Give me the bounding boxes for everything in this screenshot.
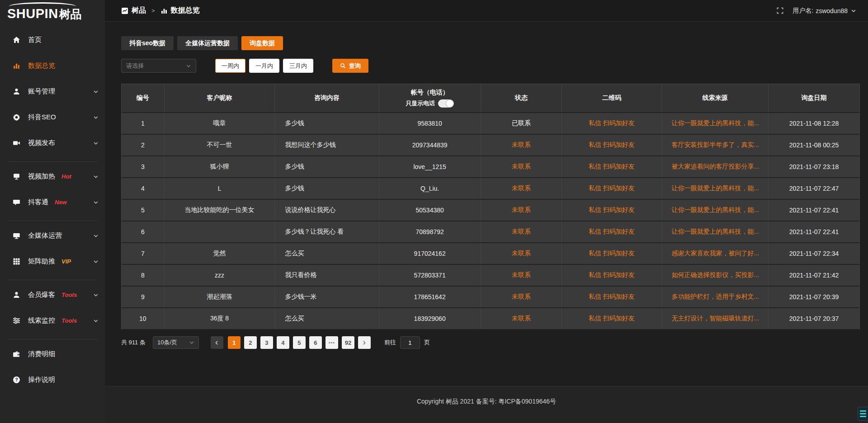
query-button[interactable]: 查询 [332, 59, 368, 73]
range-button-2[interactable]: 三月内 [283, 59, 313, 73]
goto-suffix-label: 页 [424, 338, 430, 347]
page-ellipsis[interactable]: ••• [326, 336, 338, 349]
cell-content: 怎么买 [275, 308, 379, 329]
page-button-3[interactable]: 3 [260, 336, 273, 349]
sidebar-item-label: 抖客通 [28, 198, 48, 207]
sidebar-item-label: 抖音SEO [28, 113, 56, 122]
col-header-id: 编号 [122, 84, 165, 112]
cell-source-link[interactable]: 让你一眼就爱上的黑科技，能... [662, 178, 769, 199]
app-logo: SHUPIN树品 [0, 0, 105, 25]
cell-account: love__1215 [379, 156, 481, 177]
phone-only-toggle[interactable] [438, 99, 454, 108]
query-button-label: 查询 [349, 62, 361, 70]
cell-source-link[interactable]: 多功能护栏灯，适用于乡村文... [662, 287, 769, 307]
cell-qrcode-link[interactable]: 私信 扫码加好友 [562, 243, 661, 264]
cell-qrcode-link[interactable]: 私信 扫码加好友 [562, 135, 661, 155]
widget-bar [860, 410, 866, 412]
breadcrumb-home[interactable]: 树品 [132, 6, 146, 15]
wallet-icon [13, 350, 20, 358]
floating-widget-icon[interactable] [858, 407, 868, 421]
page-button-2[interactable]: 2 [244, 336, 257, 349]
cell-qrcode-link[interactable]: 私信 扫码加好友 [562, 178, 661, 199]
sidebar-item-16[interactable]: ?操作说明 [0, 369, 105, 391]
range-button-0[interactable]: 一周内 [215, 59, 245, 73]
cell-qrcode-link[interactable]: 私信 扫码加好友 [562, 287, 661, 307]
cell-status: 已联系 [481, 113, 562, 134]
chevron-down-icon [93, 233, 99, 239]
user-icon [13, 88, 20, 95]
sidebar-item-7[interactable]: 抖客通New [0, 191, 105, 213]
cell-source-link[interactable]: 感谢大家喜欢我家，被问了好... [662, 243, 769, 264]
col-header-status: 状态 [481, 84, 562, 112]
cell-source-link[interactable]: 让你一眼就爱上的黑科技，能... [662, 200, 769, 221]
cell-qrcode-link[interactable]: 私信 扫码加好友 [562, 156, 661, 177]
cell-id: 9 [122, 287, 165, 307]
filter-select[interactable]: 请选择 [121, 59, 196, 73]
sidebar-item-13[interactable]: 线索监控Tools [0, 310, 105, 332]
chevron-down-icon [93, 292, 99, 298]
next-page-button[interactable] [358, 336, 371, 349]
table-row: 7觉然怎么买917024162未联系私信 扫码加好友感谢大家喜欢我家，被问了好.… [122, 243, 859, 265]
table-row: 4L多少钱Q_Liu.未联系私信 扫码加好友让你一眼就爱上的黑科技，能...20… [122, 178, 859, 200]
cell-source-link[interactable]: 如何正确选择投影仪，买投影... [662, 265, 769, 286]
sidebar-item-0[interactable]: 首页 [0, 29, 105, 51]
chevron-down-icon [93, 318, 99, 324]
cell-date: 2021-11-07 20:37 [769, 308, 859, 329]
sidebar-item-12[interactable]: 会员爆客Tools [0, 284, 105, 306]
cell-qrcode-link[interactable]: 私信 扫码加好友 [562, 221, 661, 242]
fullscreen-icon[interactable] [777, 7, 783, 14]
cell-qrcode-link[interactable]: 私信 扫码加好友 [562, 308, 661, 329]
tab-0[interactable]: 抖音seo数据 [121, 36, 174, 50]
cell-account: Q_Liu. [379, 178, 481, 199]
copyright-text: Copyright 树品 2021 备案号: 粤ICP备09019646号 [417, 398, 556, 405]
cell-id: 10 [122, 308, 165, 329]
goto-page-input[interactable] [400, 336, 420, 349]
sidebar-item-9[interactable]: 全媒体运营 [0, 225, 105, 247]
widget-bar [860, 416, 866, 417]
sidebar-divider [8, 161, 98, 162]
toggle-knob [446, 100, 453, 107]
cell-content: 我只看价格 [275, 265, 379, 286]
cell-source-link[interactable]: 让你一眼就爱上的黑科技，能... [662, 221, 769, 242]
sidebar-item-6[interactable]: 视频加热Hot [0, 165, 105, 188]
page-button-6[interactable]: 6 [309, 336, 322, 349]
user-menu[interactable]: 用户名: zswodun88 [793, 7, 856, 15]
cell-account: 50534380 [379, 200, 481, 221]
breadcrumb-separator: > [151, 7, 155, 14]
col-header-account: 帐号（电话） 只显示电话 [379, 84, 481, 112]
data-tabs: 抖音seo数据全媒体运营数据询盘数据 [121, 36, 860, 50]
table-row: 2不可一世我想问这个多少钱2097344839未联系私信 扫码加好友客厅安装投影… [122, 135, 859, 156]
range-button-1[interactable]: 一月内 [249, 59, 279, 73]
cell-status: 未联系 [481, 221, 562, 242]
sidebar-item-1[interactable]: 数据总览 [0, 55, 105, 77]
cell-source-link[interactable]: 被大家追着问的客厅投影分享... [662, 156, 769, 177]
cell-date: 2021-11-07 22:47 [769, 178, 859, 199]
sidebar-item-3[interactable]: 抖音SEO [0, 106, 105, 128]
page-button-4[interactable]: 4 [277, 336, 289, 349]
cell-qrcode-link[interactable]: 私信 扫码加好友 [562, 265, 661, 286]
tab-1[interactable]: 全媒体运营数据 [177, 36, 238, 50]
prev-page-button[interactable] [211, 336, 223, 349]
svg-text:?: ? [15, 377, 18, 382]
page-size-value: 10条/页 [157, 338, 177, 347]
cell-source-link[interactable]: 客厅安装投影半年多了，真实... [662, 135, 769, 155]
cell-account: 9583810 [379, 113, 481, 134]
cell-source-link[interactable]: 无主灯设计，智能磁吸轨道灯... [662, 308, 769, 329]
cell-date: 2021-11-07 20:39 [769, 287, 859, 307]
user-label: 用户名: [793, 7, 813, 15]
chevron-down-icon [851, 8, 856, 14]
sidebar-item-4[interactable]: 视频发布 [0, 132, 105, 154]
cell-status: 未联系 [481, 308, 562, 329]
cell-qrcode-link[interactable]: 私信 扫码加好友 [562, 200, 661, 221]
page-size-select[interactable]: 10条/页 [153, 336, 199, 349]
page-button-5[interactable]: 5 [293, 336, 306, 349]
page-button-92[interactable]: 92 [342, 336, 354, 349]
cell-source-link[interactable]: 让你一眼就爱上的黑科技，能... [662, 113, 769, 134]
tab-2[interactable]: 询盘数据 [241, 36, 283, 50]
sidebar-item-15[interactable]: 消费明细 [0, 343, 105, 365]
cell-qrcode-link[interactable]: 私信 扫码加好友 [562, 113, 661, 134]
sidebar-item-2[interactable]: 账号管理 [0, 80, 105, 103]
sidebar-item-10[interactable]: 矩阵助推VIP [0, 250, 105, 273]
cell-status: 未联系 [481, 265, 562, 286]
page-button-1[interactable]: 1 [228, 336, 241, 349]
